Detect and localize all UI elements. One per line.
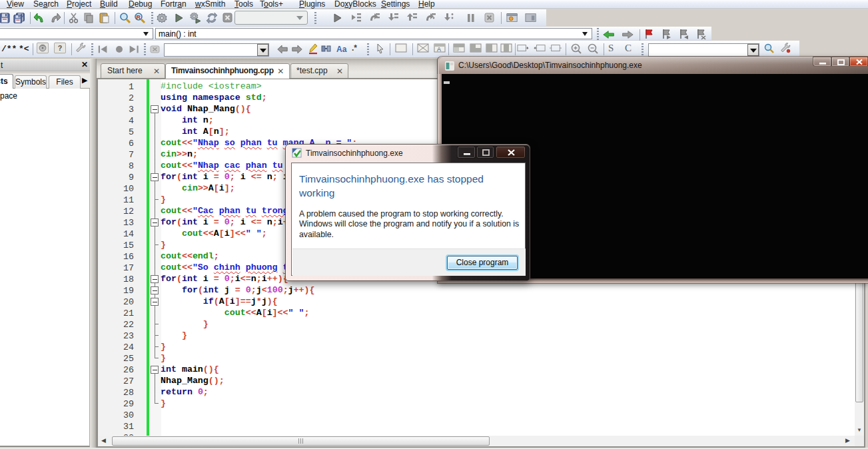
svg-text:A: A: [437, 46, 441, 53]
svg-text:?: ?: [58, 44, 63, 52]
svg-text:R: R: [137, 14, 141, 21]
